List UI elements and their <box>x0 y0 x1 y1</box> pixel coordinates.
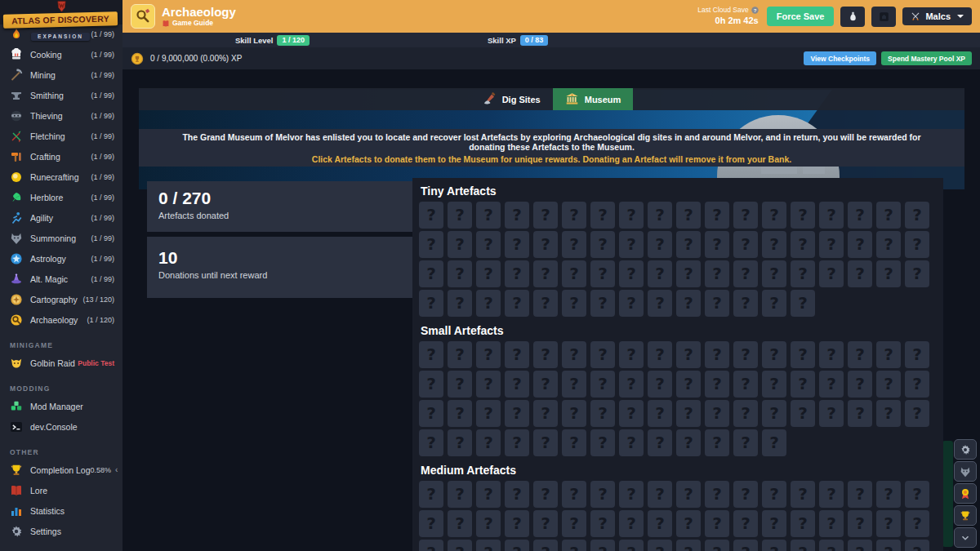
sidebar-item-smithing[interactable]: Smithing(1 / 99) <box>0 85 122 105</box>
artefact-tile-unknown[interactable]: ? <box>448 290 472 317</box>
sidebar-item-archaeology[interactable]: Archaeology(1 / 120) <box>0 309 122 330</box>
artefact-tile-unknown[interactable]: ? <box>676 429 701 456</box>
artefact-tile-unknown[interactable]: ? <box>676 481 701 508</box>
artefact-tile-unknown[interactable]: ? <box>905 371 929 398</box>
artefact-tile-unknown[interactable]: ? <box>676 202 701 229</box>
artefact-tile-unknown[interactable]: ? <box>648 371 672 398</box>
artefact-tile-unknown[interactable]: ? <box>762 202 786 229</box>
artefact-tile-unknown[interactable]: ? <box>419 260 443 287</box>
artefact-tile-unknown[interactable]: ? <box>676 341 701 368</box>
artefact-tile-unknown[interactable]: ? <box>676 540 701 551</box>
artefact-tile-unknown[interactable]: ? <box>533 371 558 398</box>
artefact-tile-unknown[interactable]: ? <box>762 429 786 456</box>
artefact-tile-unknown[interactable]: ? <box>619 540 644 551</box>
artefact-tile-unknown[interactable]: ? <box>705 202 729 229</box>
artefact-tile-unknown[interactable]: ? <box>590 481 615 508</box>
artefact-tile-unknown[interactable]: ? <box>619 202 644 229</box>
sidebar-item-lore[interactable]: Lore <box>0 480 122 500</box>
artefact-tile-unknown[interactable]: ? <box>848 231 872 258</box>
sidebar-item-alt-magic[interactable]: Alt. Magic(1 / 99) <box>0 269 122 289</box>
artefact-tile-unknown[interactable]: ? <box>676 371 701 398</box>
tab-museum[interactable]: Museum <box>553 88 634 110</box>
artefact-tile-unknown[interactable]: ? <box>562 540 586 551</box>
artefact-tile-unknown[interactable]: ? <box>762 481 786 508</box>
artefact-tile-unknown[interactable]: ? <box>848 341 872 368</box>
artefact-tile-unknown[interactable]: ? <box>905 510 929 537</box>
artefact-tile-unknown[interactable]: ? <box>819 260 844 287</box>
rail-completion-button[interactable] <box>954 505 977 526</box>
artefact-tile-unknown[interactable]: ? <box>533 540 558 551</box>
artefact-tile-unknown[interactable]: ? <box>876 341 901 368</box>
sidebar-item-dev-console[interactable]: dev.Console <box>0 416 122 437</box>
artefact-tile-unknown[interactable]: ? <box>533 481 558 508</box>
artefact-tile-unknown[interactable]: ? <box>848 481 872 508</box>
artefact-tile-unknown[interactable]: ? <box>533 290 558 317</box>
artefact-tile-unknown[interactable]: ? <box>848 510 872 537</box>
artefact-tile-unknown[interactable]: ? <box>733 510 758 537</box>
sidebar-item-mining[interactable]: Mining(1 / 99) <box>0 64 122 85</box>
tab-dig-sites[interactable]: Dig Sites <box>470 88 553 110</box>
artefact-tile-unknown[interactable]: ? <box>762 371 786 398</box>
artefact-tile-unknown[interactable]: ? <box>648 202 672 229</box>
artefact-tile-unknown[interactable]: ? <box>505 540 529 551</box>
sidebar-item-cooking[interactable]: Cooking(1 / 99) <box>0 44 122 64</box>
artefact-tile-unknown[interactable]: ? <box>905 540 929 551</box>
artefact-tile-unknown[interactable]: ? <box>876 400 901 427</box>
artefact-tile-unknown[interactable]: ? <box>562 260 586 287</box>
artefact-tile-unknown[interactable]: ? <box>648 400 672 427</box>
sidebar-item-fletching[interactable]: Fletching(1 / 99) <box>0 126 122 146</box>
artefact-tile-unknown[interactable]: ? <box>533 231 558 258</box>
artefact-tile-unknown[interactable]: ? <box>791 341 815 368</box>
artefact-tile-unknown[interactable]: ? <box>791 540 815 551</box>
artefact-tile-unknown[interactable]: ? <box>819 510 844 537</box>
artefact-tile-unknown[interactable]: ? <box>562 510 586 537</box>
artefact-tile-unknown[interactable]: ? <box>733 400 758 427</box>
artefact-tile-unknown[interactable]: ? <box>705 510 729 537</box>
artefact-tile-unknown[interactable]: ? <box>819 540 844 551</box>
artefact-tile-unknown[interactable]: ? <box>476 540 501 551</box>
artefact-tile-unknown[interactable]: ? <box>791 290 815 317</box>
artefact-tile-unknown[interactable]: ? <box>876 202 901 229</box>
artefact-tile-unknown[interactable]: ? <box>505 260 529 287</box>
artefact-tile-unknown[interactable]: ? <box>733 290 758 317</box>
artefact-tile-unknown[interactable]: ? <box>448 540 472 551</box>
artefact-tile-unknown[interactable]: ? <box>448 202 472 229</box>
artefact-tile-unknown[interactable]: ? <box>848 371 872 398</box>
artefact-tile-unknown[interactable]: ? <box>448 481 472 508</box>
artefact-tile-unknown[interactable]: ? <box>905 231 929 258</box>
artefact-tile-unknown[interactable]: ? <box>419 371 443 398</box>
artefact-tile-unknown[interactable]: ? <box>619 371 644 398</box>
artefact-tile-unknown[interactable]: ? <box>505 371 529 398</box>
sidebar-item-runecrafting[interactable]: Runecrafting(1 / 99) <box>0 167 122 187</box>
artefact-tile-unknown[interactable]: ? <box>648 231 672 258</box>
artefact-tile-unknown[interactable]: ? <box>733 260 758 287</box>
artefact-tile-unknown[interactable]: ? <box>533 510 558 537</box>
game-guide-link[interactable]: Game Guide <box>162 20 236 28</box>
artefact-tile-unknown[interactable]: ? <box>476 260 501 287</box>
artefact-tile-unknown[interactable]: ? <box>448 510 472 537</box>
artefact-tile-unknown[interactable]: ? <box>705 429 729 456</box>
artefact-tile-unknown[interactable]: ? <box>762 510 786 537</box>
artefact-tile-unknown[interactable]: ? <box>476 510 501 537</box>
artefact-tile-unknown[interactable]: ? <box>705 231 729 258</box>
artefact-tile-unknown[interactable]: ? <box>619 290 644 317</box>
sidebar-item-thieving[interactable]: Thieving(1 / 99) <box>0 105 122 126</box>
artefact-tile-unknown[interactable]: ? <box>619 341 644 368</box>
view-checkpoints-button[interactable]: View Checkpoints <box>804 51 876 65</box>
artefact-tile-unknown[interactable]: ? <box>648 540 672 551</box>
artefact-tile-unknown[interactable]: ? <box>505 290 529 317</box>
artefact-tile-unknown[interactable]: ? <box>819 400 844 427</box>
sidebar-item-settings[interactable]: Settings <box>0 521 122 541</box>
artefact-tile-unknown[interactable]: ? <box>562 481 586 508</box>
artefact-tile-unknown[interactable]: ? <box>533 429 558 456</box>
artefact-tile-unknown[interactable]: ? <box>619 260 644 287</box>
artefact-tile-unknown[interactable]: ? <box>562 341 586 368</box>
artefact-tile-unknown[interactable]: ? <box>476 341 501 368</box>
artefact-tile-unknown[interactable]: ? <box>448 400 472 427</box>
artefact-tile-unknown[interactable]: ? <box>448 371 472 398</box>
artefact-tile-unknown[interactable]: ? <box>505 429 529 456</box>
artefact-tile-unknown[interactable]: ? <box>876 371 901 398</box>
artefact-tile-unknown[interactable]: ? <box>705 290 729 317</box>
artefact-tile-unknown[interactable]: ? <box>705 400 729 427</box>
artefact-tile-unknown[interactable]: ? <box>590 202 615 229</box>
